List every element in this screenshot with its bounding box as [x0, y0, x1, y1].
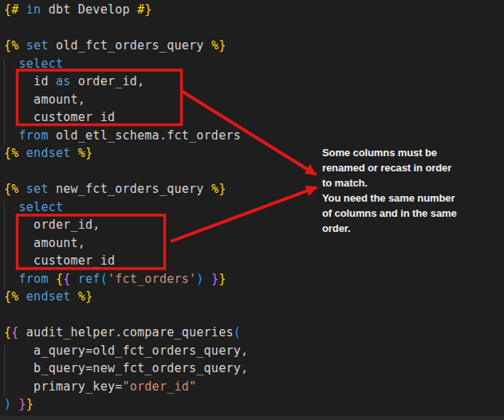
code-token: from [19, 272, 49, 286]
code-token: { [4, 325, 11, 340]
code-token: %} [78, 146, 93, 160]
code-token: ( [100, 272, 108, 286]
code-token: primary_key= [4, 379, 123, 394]
code-line[interactable]: customer_id [0, 108, 504, 127]
code-token: ref [78, 272, 100, 286]
code-line[interactable]: {# in dbt Develop #} [0, 1, 504, 19]
code-token [71, 289, 78, 304]
code-token: ( [234, 325, 241, 340]
code-line[interactable] [0, 306, 504, 324]
code-token: set [26, 182, 49, 196]
code-token: new_fct_orders_query [49, 182, 211, 196]
code-token: ) [196, 272, 203, 286]
code-line[interactable]: {% set old_fct_orders_query %} [0, 37, 504, 55]
indent-guide [4, 202, 5, 289]
code-token: select [19, 57, 64, 71]
code-token: { [11, 325, 18, 340]
indent-guide [4, 58, 5, 146]
code-token: audit_helper.compare_queries [19, 325, 234, 340]
code-token [204, 272, 211, 286]
code-token: 'fct_orders' [108, 272, 196, 286]
code-token: {% [4, 289, 19, 304]
code-line[interactable]: amount, [0, 91, 504, 109]
code-line[interactable]: amount, [0, 234, 504, 253]
code-token: } [211, 272, 219, 286]
code-token [19, 38, 26, 53]
code-line[interactable]: {% endset %} [0, 288, 504, 306]
code-token: {% [4, 146, 19, 160]
code-token: select [19, 200, 64, 214]
code-token: old_etl_schema.fct_orders [49, 128, 241, 143]
code-token: {% [4, 38, 19, 53]
code-line[interactable] [0, 19, 504, 37]
code-token: { [63, 272, 70, 286]
code-token: %} [211, 38, 226, 53]
annotation-line: to match. [322, 175, 482, 190]
code-token [19, 2, 26, 17]
code-token: from [19, 128, 49, 143]
annotation-line: renamed or recast in order [322, 160, 482, 175]
code-line[interactable]: a_query=old_fct_orders_query, [0, 342, 504, 360]
annotation-line: order. [322, 221, 482, 236]
code-token: order_id, [4, 218, 100, 232]
annotation-line: of columns and in the same [322, 206, 482, 221]
code-line[interactable]: from {{ ref('fct_orders') }} [0, 270, 504, 289]
annotation-note: Some columns must berenamed or recast in… [322, 145, 482, 236]
code-token: {# [4, 2, 19, 17]
code-token [71, 146, 78, 160]
code-token: } [26, 397, 33, 411]
code-token: } [19, 397, 26, 411]
code-token: amount, [4, 236, 85, 250]
code-token: %} [211, 182, 226, 196]
code-token: endset [26, 146, 71, 160]
code-token [49, 272, 56, 286]
code-line[interactable]: b_query=new_fct_orders_query, [0, 359, 504, 378]
code-line[interactable]: from old_etl_schema.fct_orders [0, 127, 504, 145]
code-token [19, 289, 26, 304]
code-token: customer_id [4, 110, 115, 124]
code-line[interactable]: id as order_id, [0, 73, 504, 91]
code-token: dbt Develop [41, 2, 137, 17]
code-token [4, 272, 19, 286]
code-token: amount, [4, 92, 85, 107]
code-token: old_fct_orders_query [49, 38, 211, 53]
code-token: customer_id [4, 253, 115, 268]
code-line[interactable]: customer_id [0, 252, 504, 270]
code-token: a_query=old_fct_orders_query, [4, 343, 248, 358]
code-token: endset [26, 289, 71, 304]
indent-guide [4, 345, 5, 396]
code-token: order_id, [71, 74, 145, 88]
code-token: %} [78, 289, 93, 304]
horizontal-scrollbar-track[interactable] [0, 414, 504, 420]
code-token: b_query=new_fct_orders_query, [4, 361, 248, 375]
code-token [4, 200, 19, 214]
code-line[interactable]: ) }} [0, 395, 504, 414]
code-token: {% [4, 182, 19, 196]
code-token [19, 146, 26, 160]
code-line[interactable]: {{ audit_helper.compare_queries( [0, 324, 504, 342]
code-token: in [26, 2, 41, 17]
code-token: set [26, 38, 49, 53]
code-token: as [56, 74, 71, 88]
code-token [11, 397, 18, 411]
code-token: #} [137, 2, 152, 17]
dbt-develop-editor: {# in dbt Develop #}{% set old_fct_order… [0, 0, 504, 420]
code-token [4, 57, 19, 71]
code-token: { [56, 272, 63, 286]
code-token [19, 182, 26, 196]
code-token: ) [4, 397, 11, 411]
code-token: "order_id" [123, 379, 197, 394]
annotation-line: You need the same number [322, 190, 482, 206]
code-token: } [219, 272, 226, 286]
annotation-line: Some columns must be [322, 145, 482, 160]
code-token [4, 128, 19, 143]
code-token [71, 272, 78, 286]
code-line[interactable]: select [0, 55, 504, 73]
code-token: id [4, 74, 56, 88]
code-line[interactable]: primary_key="order_id" [0, 378, 504, 396]
